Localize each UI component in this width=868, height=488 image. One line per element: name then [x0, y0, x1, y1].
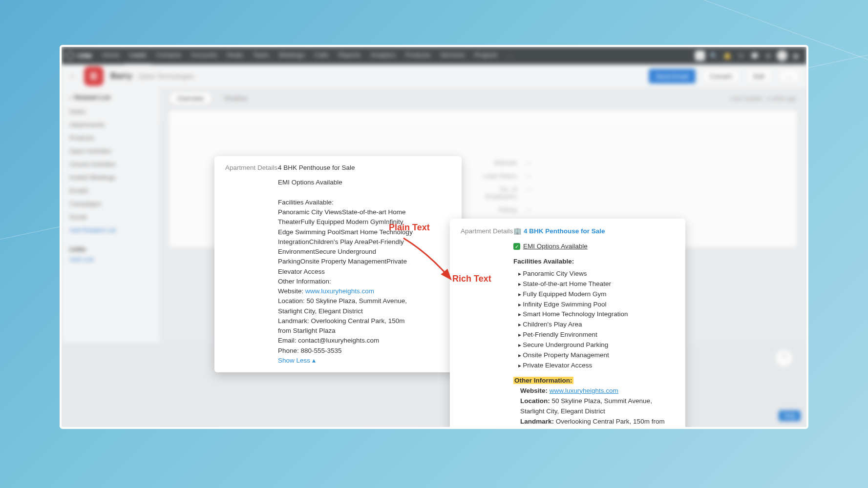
nav-products[interactable]: Products [401, 46, 435, 65]
facility-item: State-of-the-art Home Theater [518, 279, 675, 289]
annotation-rich-text: Rich Text [452, 274, 491, 284]
add-related-list-link[interactable]: Add Related List [69, 224, 151, 237]
add-link[interactable]: Add Link [69, 253, 151, 266]
phone-line: Phone: 880-555-3535 [278, 346, 415, 356]
facility-item: Onsite Property Management [518, 350, 675, 361]
tab-overview[interactable]: Overview [169, 92, 212, 105]
tab-timeline[interactable]: Timeline [215, 92, 255, 105]
nav-contacts[interactable]: Contacts [151, 46, 186, 65]
nav-analytics[interactable]: Analytics [365, 46, 401, 65]
facility-item: Infinity Edge Swimming Pool [518, 300, 675, 310]
website-link[interactable]: www.luxuryheights.com [550, 387, 618, 394]
sidebar-item-products[interactable]: Products [69, 131, 151, 144]
nav-leads[interactable]: Leads [124, 46, 151, 65]
nav-meetings[interactable]: Meetings [274, 46, 310, 65]
field-label: Apartment Details [225, 163, 278, 173]
rich-title: 🏢4 BHK Penthouse for Sale [513, 226, 605, 237]
chat-icon[interactable]: 💬 [748, 47, 762, 64]
facilities-heading: Facilities Available: [278, 198, 415, 207]
sidebar-item-social[interactable]: Social [69, 210, 151, 224]
refresh-icon[interactable]: ↻ [734, 47, 748, 64]
facility-item: Pet-Friendly Environment [518, 330, 675, 340]
sidebar-item-emails[interactable]: Emails [69, 184, 151, 197]
nav-deals[interactable]: Deals [222, 46, 248, 65]
facility-item: Panoramic City Views [518, 269, 675, 279]
website-link[interactable]: www.luxuryheights.com [305, 287, 374, 295]
scroll-top-button[interactable]: ⌃ [775, 349, 793, 367]
record-header: ← B Barry - Zylker Technologies Send Ema… [62, 64, 806, 88]
sidebar-item-attachments[interactable]: Attachments [69, 118, 151, 131]
gear-icon[interactable]: ⚙ [762, 47, 775, 64]
apartment-details-rich: Apartment Details 🏢4 BHK Penthouse for S… [450, 219, 685, 429]
check-icon: ✓ [513, 243, 520, 250]
user-avatar[interactable] [775, 47, 789, 64]
send-email-button[interactable]: Send Email [649, 69, 696, 83]
search-icon[interactable]: 🔍 [707, 47, 720, 64]
facility-item: Secure Underground Parking [518, 340, 675, 350]
brand-logo-icon [65, 51, 74, 60]
facility-item: Fully Equipped Modern Gym [518, 289, 675, 300]
nav-services[interactable]: Services [436, 46, 470, 65]
convert-button[interactable]: Convert [702, 69, 740, 83]
last-update-label: Last Update : a while ago [731, 95, 797, 102]
field-title: 4 BHK Penthouse for Sale [278, 163, 355, 173]
apps-icon[interactable]: ▦ [789, 47, 803, 64]
brand-text: CRM [77, 52, 92, 60]
nav-more[interactable]: … [502, 47, 518, 64]
related-list-heading: ‹Related List [69, 94, 151, 101]
email-line: Email: contact@luxuryheights.com [278, 336, 415, 346]
nav-reports[interactable]: Reports [334, 46, 366, 65]
side-fields: Website— Lead Status— No. of Employees— … [472, 156, 532, 216]
screenshot-frame: CRM HomeLeadsContactsAccountsDealsTasksM… [60, 45, 808, 429]
other-info-heading: Other Information: [513, 377, 573, 384]
brand: CRM [65, 51, 92, 60]
bell-icon[interactable]: 🔔 [720, 47, 734, 64]
sidebar-item-campaigns[interactable]: Campaigns [69, 197, 151, 210]
facility-item: Smart Home Technology Integration [518, 309, 675, 320]
links-heading: Links [69, 245, 151, 253]
sidebar-item-notes[interactable]: Notes [69, 105, 151, 118]
nav-home[interactable]: Home [98, 46, 125, 65]
emi-line: ✓EMI Options Available [513, 242, 675, 252]
building-icon: 🏢 [513, 227, 522, 235]
related-list-sidebar: ‹Related List NotesAttachmentsProductsOp… [62, 88, 159, 343]
location-line: Location: 50 Skyline Plaza, Summit Avenu… [278, 296, 415, 316]
help-button[interactable]: Help [779, 410, 801, 421]
nav-projects[interactable]: Projects [469, 46, 502, 65]
facilities-heading: Facilities Available: [513, 257, 675, 267]
nav-accounts[interactable]: Accounts [186, 46, 222, 65]
more-actions-button[interactable]: … [779, 69, 800, 83]
sidebar-item-invited-meetings[interactable]: Invited Meetings [69, 171, 151, 184]
field-label: Apartment Details [461, 226, 513, 237]
sidebar-item-closed-activities[interactable]: Closed Activities [69, 158, 151, 171]
record-avatar: B [84, 66, 104, 86]
record-title: Barry - Zylker Technologies [110, 71, 194, 81]
facilities-list: Panoramic City ViewsState-of-the-art Hom… [513, 269, 675, 371]
nav-calls[interactable]: Calls [310, 46, 334, 65]
annotation-plain-text: Plain Text [389, 223, 430, 233]
back-button[interactable]: ← [68, 71, 77, 81]
new-button[interactable]: + [693, 47, 707, 64]
facility-item: Private Elevator Access [518, 361, 675, 371]
show-less-link[interactable]: Show Less ▴ [278, 356, 415, 366]
arrow-icon [394, 233, 462, 287]
landmark-line: Landmark: Overlooking Central Park, 150m… [278, 316, 415, 336]
website-line: Website: www.luxuryheights.com [278, 286, 415, 296]
edit-button[interactable]: Edit [746, 69, 772, 83]
facility-item: Children's Play Area [518, 320, 675, 330]
emi-line: EMI Options Available [278, 178, 415, 187]
sidebar-item-open-activities[interactable]: Open Activities [69, 144, 151, 158]
top-nav: CRM HomeLeadsContactsAccountsDealsTasksM… [62, 47, 806, 64]
nav-tasks[interactable]: Tasks [248, 46, 274, 65]
